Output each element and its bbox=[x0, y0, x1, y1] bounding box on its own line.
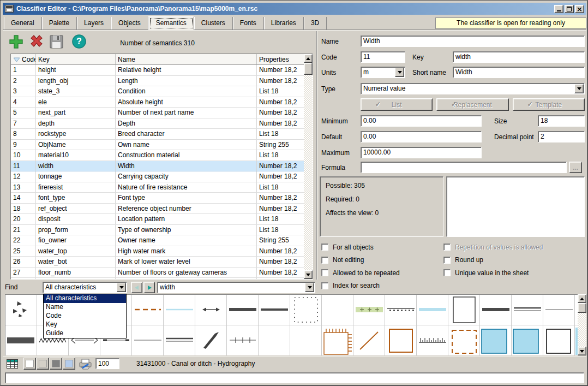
column-header-code[interactable]: Code bbox=[11, 54, 36, 64]
table-row[interactable]: 10material10Construction materialList 18 bbox=[11, 150, 304, 161]
status-field[interactable] bbox=[5, 372, 584, 383]
palette-cell-outlined-square[interactable] bbox=[448, 295, 480, 325]
table-scrollbar[interactable] bbox=[304, 54, 313, 279]
table-row[interactable]: 27floor_numbNumber of floors or gateway … bbox=[11, 268, 304, 278]
palette-cell-blank[interactable] bbox=[259, 325, 290, 355]
tab-clusters[interactable]: Clusters bbox=[194, 17, 233, 29]
default-field[interactable]: 0.00 bbox=[361, 131, 482, 142]
values-list-box[interactable] bbox=[446, 176, 585, 237]
table-row[interactable]: 28velositySpeed (current)Number 18,2 bbox=[11, 278, 304, 279]
maximize-button[interactable] bbox=[565, 5, 574, 13]
palette-cell-thin-line[interactable] bbox=[543, 295, 575, 325]
table-row[interactable]: 4eleAbsolute heightNumber 18,2 bbox=[11, 97, 304, 108]
palette-cell-thick-dark-line[interactable] bbox=[480, 295, 512, 325]
table-row[interactable]: 26water_botMark of lower water levelNumb… bbox=[11, 257, 304, 268]
find-search-dropdown-button[interactable] bbox=[305, 283, 314, 292]
palette-cell-diagonal-stroke[interactable] bbox=[195, 325, 227, 355]
table-row[interactable]: 9ObjNameOwn nameString 255 bbox=[11, 140, 304, 151]
checkbox-round-up[interactable]: Round up bbox=[443, 254, 586, 267]
find-filter-combo[interactable]: All characteristics bbox=[43, 282, 127, 293]
find-filter-dropdown-button[interactable] bbox=[117, 283, 126, 292]
key-field[interactable]: width bbox=[453, 51, 585, 63]
column-header-properties[interactable]: Properties bbox=[257, 54, 304, 64]
tab-layers[interactable]: Layers bbox=[77, 17, 111, 29]
table-row[interactable]: 22fio_ownerOwner nameString 255 bbox=[11, 235, 304, 246]
name-field[interactable]: Width bbox=[361, 35, 585, 47]
formula-browse-button[interactable]: ... bbox=[569, 162, 582, 173]
checkbox-box[interactable] bbox=[443, 257, 451, 264]
palette-cell-scatter-arrows[interactable] bbox=[5, 295, 37, 325]
column-header-key[interactable]: Key bbox=[36, 54, 116, 64]
tab-palette[interactable]: Palette bbox=[42, 17, 77, 29]
maximum-field[interactable]: 10000.00 bbox=[361, 147, 482, 158]
palette-cell-dashed-orange-square[interactable] bbox=[448, 325, 480, 355]
palette-cell-cross-tick-line[interactable] bbox=[227, 325, 259, 355]
find-next-button[interactable] bbox=[143, 282, 155, 293]
table-row[interactable]: 12tonnageCarrying capacityNumber 18,2 bbox=[11, 171, 304, 182]
checkbox-box[interactable] bbox=[321, 269, 328, 276]
type-dropdown-button[interactable] bbox=[574, 84, 584, 93]
palette-cell-dashed-orange-line[interactable] bbox=[132, 295, 164, 325]
palette-cell-thin-blue-line[interactable] bbox=[164, 295, 195, 325]
palette-cell-comb-square[interactable] bbox=[322, 325, 353, 355]
units-dropdown-button[interactable] bbox=[395, 68, 404, 77]
checkbox-repetition-of-values-is-allowed[interactable]: Repetition of values is allowed bbox=[443, 241, 586, 254]
palette-cell-black-square[interactable] bbox=[543, 325, 575, 355]
palette-cell-blue-square[interactable] bbox=[480, 325, 512, 355]
palette-cell-dark-line[interactable] bbox=[259, 295, 290, 325]
color-swatch-3[interactable] bbox=[50, 358, 62, 370]
palette-cell-thick-dark-line[interactable] bbox=[227, 295, 259, 325]
table-row[interactable]: 5next_partNumber of next part nameNumber… bbox=[11, 108, 304, 118]
table-row[interactable]: 2length_objLengthNumber 18,2 bbox=[11, 76, 304, 87]
scroll-down-button[interactable] bbox=[578, 347, 586, 355]
table-row[interactable]: 18ref_objectReference object numberNumbe… bbox=[11, 204, 304, 215]
palette-cell-blank[interactable] bbox=[290, 325, 322, 355]
tab-3d[interactable]: 3D bbox=[304, 17, 327, 29]
find-option-all-characteristics[interactable]: All characteristics bbox=[44, 294, 126, 303]
find-previous-button[interactable] bbox=[131, 282, 142, 293]
code-field[interactable]: 11 bbox=[361, 51, 405, 63]
column-header-name[interactable]: Name bbox=[116, 54, 257, 64]
find-option-key[interactable]: Key bbox=[44, 320, 126, 329]
table-row[interactable]: 1heightRelative heightNumber 18,2 bbox=[11, 65, 304, 76]
checkbox-not-editing[interactable]: Not editing bbox=[321, 254, 441, 267]
scrollbar-thumb[interactable] bbox=[304, 63, 313, 75]
formula-field[interactable] bbox=[361, 162, 567, 173]
tab-general[interactable]: General bbox=[4, 17, 42, 29]
table-row[interactable]: 20dispositLocation patternList 18 bbox=[11, 214, 304, 225]
minimize-button[interactable] bbox=[554, 5, 563, 13]
scroll-up-button[interactable] bbox=[304, 54, 313, 63]
template-button[interactable]: ✓Template bbox=[513, 98, 585, 111]
checkbox-allowed-to-be-repeated[interactable]: Allowed to be repeated bbox=[321, 266, 441, 280]
checkbox-unique-value-in-the-sheet[interactable]: Unique value in the sheet bbox=[443, 266, 586, 280]
tab-libraries[interactable]: Libraries bbox=[264, 17, 304, 29]
title-bar[interactable]: Classifier Editor - C:\Program Files\Pan… bbox=[3, 3, 586, 15]
checkbox-box[interactable] bbox=[321, 282, 328, 289]
table-row[interactable]: 25water_topHigh water markNumber 18,2 bbox=[11, 246, 304, 257]
scale-field[interactable]: 100 bbox=[95, 358, 119, 369]
table-view-icon[interactable] bbox=[6, 358, 19, 370]
tab-objects[interactable]: Objects bbox=[111, 17, 148, 29]
tab-semantics[interactable]: Semantics bbox=[148, 16, 194, 30]
size-field[interactable]: 18 bbox=[538, 115, 585, 127]
checkbox-box[interactable] bbox=[443, 269, 451, 276]
table-row[interactable]: 21prop_formType of ownershipList 18 bbox=[11, 225, 304, 236]
palette-cell-thin-line[interactable] bbox=[132, 325, 164, 355]
table-row[interactable]: 3state_3ConditionList 18 bbox=[11, 86, 304, 97]
scroll-up-button[interactable] bbox=[578, 294, 586, 303]
checkbox-box[interactable] bbox=[321, 244, 328, 251]
color-swatch-4[interactable] bbox=[63, 358, 75, 370]
print-icon[interactable] bbox=[79, 358, 92, 370]
palette-cell-ruler-line[interactable] bbox=[417, 325, 448, 355]
find-option-name[interactable]: Name bbox=[44, 303, 126, 312]
checkbox-index-for-search[interactable]: Index for search bbox=[321, 280, 441, 293]
list-button[interactable]: ✓List bbox=[361, 98, 433, 111]
table-row[interactable]: 11widthWidthNumber 18,2 bbox=[11, 161, 304, 172]
palette-cell-diagonal-orange-line[interactable] bbox=[353, 325, 385, 355]
checkbox-box[interactable] bbox=[321, 257, 328, 264]
palette-cell-green-band[interactable] bbox=[353, 295, 385, 325]
color-swatch-2[interactable] bbox=[37, 358, 49, 370]
palette-cell-tick-line[interactable] bbox=[385, 295, 417, 325]
checkbox-box[interactable] bbox=[443, 244, 451, 251]
palette-cell-dotted-square[interactable] bbox=[290, 295, 322, 325]
